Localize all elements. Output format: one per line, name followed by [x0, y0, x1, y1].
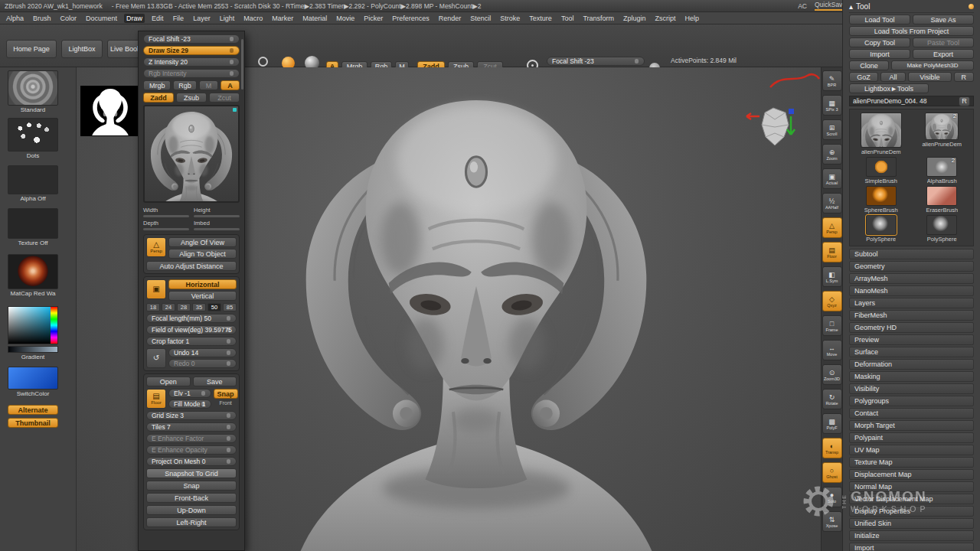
- inventory-item-eraserbrush[interactable]: EraserBrush: [926, 186, 958, 214]
- bpr-button[interactable]: ✎BPR: [822, 70, 842, 91]
- current-texture-thumbnail[interactable]: [8, 208, 58, 239]
- persp-icon-button[interactable]: △ Persp: [146, 237, 166, 257]
- focal-preset-24[interactable]: 24: [162, 303, 175, 311]
- camera-undo-slider[interactable]: Undo 14: [168, 348, 237, 357]
- menu-texture[interactable]: Texture: [527, 14, 554, 23]
- inventory-item-spherebrush[interactable]: SphereBrush: [864, 186, 898, 214]
- menu-transform[interactable]: Transform: [580, 14, 616, 23]
- load-tools-from-project-button[interactable]: Load Tools From Project: [849, 26, 974, 36]
- menu-z-intensity-slider[interactable]: Z Intensity 20: [143, 57, 240, 67]
- thumbnail-button[interactable]: Thumbnail: [8, 418, 58, 428]
- save-button[interactable]: Save: [193, 377, 237, 386]
- menu-draw-size-slider[interactable]: Draw Size 29: [143, 46, 240, 55]
- snapshot-to-grid-button[interactable]: Snapshot To Grid: [146, 468, 237, 478]
- tool-section-layers[interactable]: Layers: [849, 298, 974, 308]
- horizontal-button[interactable]: Horizontal: [168, 279, 237, 289]
- current-stroke-thumbnail[interactable]: [8, 118, 58, 152]
- menu-rgb-intensity-slider[interactable]: Rgb Intensity: [143, 69, 240, 78]
- grid-size-slider[interactable]: Grid Size 3: [146, 411, 237, 420]
- camera-icon-button[interactable]: ▣: [146, 279, 166, 299]
- tool-section-import[interactable]: Import: [849, 543, 974, 551]
- fill-mode-slider[interactable]: Fill Mode 1: [168, 399, 211, 409]
- goz-r-button[interactable]: R: [954, 72, 974, 82]
- current-material-thumbnail[interactable]: [8, 254, 58, 289]
- import-button[interactable]: Import: [849, 49, 910, 59]
- inventory-item-alien-active[interactable]: alienPruneDem: [861, 112, 902, 155]
- tool-section-unified-skin[interactable]: Unified Skin: [849, 518, 974, 529]
- lightbox-tools-button[interactable]: Lightbox►Tools: [849, 83, 929, 93]
- menu-brush[interactable]: Brush: [31, 14, 54, 23]
- alpha-preview-thumbnail[interactable]: [80, 86, 140, 136]
- menu-render[interactable]: Render: [436, 14, 464, 23]
- menu-a-button[interactable]: A: [220, 80, 240, 90]
- imbed-slider[interactable]: Imbed: [194, 220, 240, 230]
- menu-macro[interactable]: Macro: [241, 14, 265, 23]
- copy-tool-button[interactable]: Copy Tool: [849, 37, 910, 47]
- persp-button[interactable]: △Persp: [822, 217, 842, 238]
- menu-alpha[interactable]: Alpha: [4, 14, 26, 23]
- hue-strip[interactable]: [51, 307, 57, 344]
- inventory-item-alien-2[interactable]: 2 alienPruneDem: [922, 112, 962, 155]
- menu-zplugin[interactable]: Zplugin: [621, 14, 648, 23]
- tool-section-arraymesh[interactable]: ArrayMesh: [849, 273, 974, 284]
- export-button[interactable]: Export: [913, 49, 974, 59]
- focal-preset-35[interactable]: 35: [192, 303, 206, 311]
- focal-length-slider[interactable]: Focal length(mm) 50: [146, 314, 237, 323]
- lightbox-button[interactable]: LightBox: [61, 40, 103, 58]
- tool-section-morph-target[interactable]: Morph Target: [849, 420, 974, 431]
- auto-adjust-distance-button[interactable]: Auto Adjust Distance: [146, 261, 237, 271]
- menu-layer[interactable]: Layer: [191, 14, 213, 23]
- menu-document[interactable]: Document: [83, 14, 119, 23]
- tool-section-displacement-map[interactable]: Displacement Map: [849, 469, 974, 480]
- active-tool-name-bar[interactable]: alienPruneDemo_004. 48 R: [849, 96, 974, 106]
- menu-light[interactable]: Light: [217, 14, 237, 23]
- menu-zscript[interactable]: Zscript: [653, 14, 678, 23]
- polyframe-button[interactable]: ▩PolyF: [822, 413, 842, 434]
- aahalf-button[interactable]: ½AAHalf: [822, 193, 842, 214]
- menu-mrgb-button[interactable]: Mrgb: [143, 80, 171, 90]
- snap-button[interactable]: Snap: [146, 481, 237, 491]
- color-picker-field[interactable]: [8, 307, 51, 344]
- tool-section-initialize[interactable]: Initialize: [849, 530, 974, 541]
- goz-button[interactable]: GoZ: [849, 72, 878, 82]
- gradient-strip[interactable]: [8, 346, 58, 353]
- menu-zsub-button[interactable]: Zsub: [176, 93, 207, 103]
- chevron-up-icon[interactable]: ▴: [849, 2, 853, 11]
- xpose-button[interactable]: ⇅Xpose: [822, 511, 842, 532]
- menu-draw[interactable]: Draw: [124, 14, 145, 23]
- camera-undo-icon-button[interactable]: ↺: [146, 348, 166, 368]
- save-as-button[interactable]: Save As: [913, 15, 974, 24]
- zoom3d-button[interactable]: ⊙Zoom3D: [822, 364, 842, 385]
- tiles-slider[interactable]: Tiles 7: [146, 422, 237, 432]
- focal-preset-85[interactable]: 85: [223, 303, 237, 311]
- project-on-mesh-slider[interactable]: Project On Mesh 0: [146, 457, 237, 466]
- rotate3d-button[interactable]: ↻Rotate: [822, 389, 842, 409]
- menu-material[interactable]: Material: [300, 14, 329, 23]
- width-slider[interactable]: Width: [143, 207, 189, 217]
- camera-gizmo-head[interactable]: [744, 104, 796, 152]
- front-back-button[interactable]: Front-Back: [146, 493, 237, 503]
- move-button[interactable]: ↔Move: [822, 340, 842, 360]
- focal-preset-50[interactable]: 50: [207, 303, 221, 311]
- current-alpha-thumbnail[interactable]: [8, 165, 58, 194]
- tool-section-geometry[interactable]: Geometry: [849, 261, 974, 272]
- focal-preset-18[interactable]: 18: [146, 303, 160, 311]
- rename-button[interactable]: R: [959, 96, 970, 106]
- menu-stencil[interactable]: Stencil: [468, 14, 493, 23]
- tool-section-masking[interactable]: Masking: [849, 371, 974, 382]
- depth-slider[interactable]: Depth: [143, 220, 189, 230]
- field-of-view-slider[interactable]: Field of view(deg) 39.59775: [146, 325, 237, 334]
- focal-shift-slider[interactable]: Focal Shift -23: [547, 57, 645, 66]
- menu-rgb-button[interactable]: Rgb: [173, 80, 197, 90]
- align-to-object-button[interactable]: Align To Object: [168, 249, 237, 259]
- menu-file[interactable]: File: [171, 14, 187, 23]
- scroll-button[interactable]: ⊞Scroll: [822, 119, 842, 140]
- make-polymesh3d-button[interactable]: Make PolyMesh3D: [891, 60, 974, 70]
- floor-button[interactable]: ▤Floor: [822, 242, 842, 262]
- actual-button[interactable]: ▣Actual: [822, 168, 842, 189]
- tool-section-visibility[interactable]: Visibility: [849, 383, 974, 394]
- qxyz-button[interactable]: ◇Qxyz: [822, 291, 842, 311]
- tool-section-polygroups[interactable]: Polygroups: [849, 396, 974, 406]
- tool-section-normal-map[interactable]: Normal Map: [849, 481, 974, 492]
- height-slider[interactable]: Height: [194, 207, 240, 217]
